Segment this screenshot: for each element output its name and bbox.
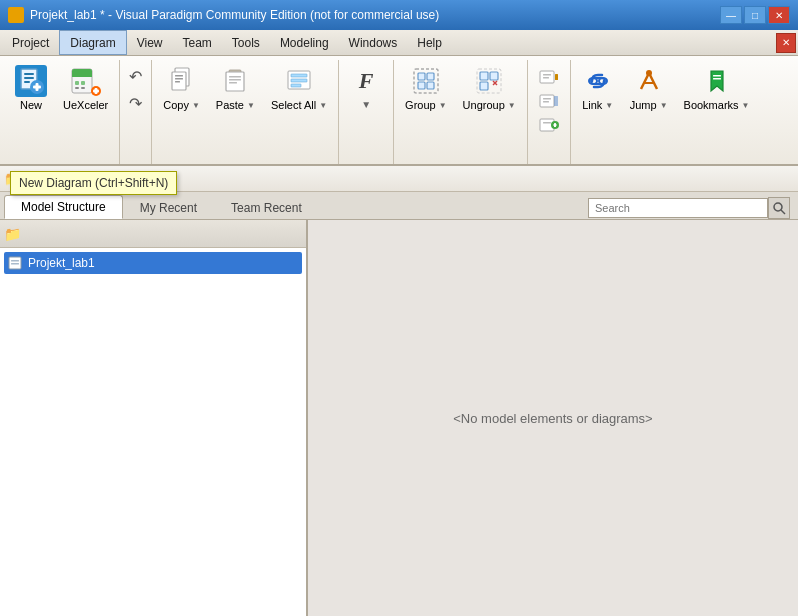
jump-dropdown-arrow: ▼ bbox=[660, 101, 668, 110]
left-panel: 📁 Projekt_lab1 bbox=[0, 220, 308, 616]
svg-rect-63 bbox=[11, 260, 19, 262]
link-button[interactable]: Link ▼ bbox=[575, 60, 621, 116]
window-controls: — □ ✕ bbox=[720, 6, 790, 24]
svg-rect-31 bbox=[414, 69, 438, 93]
svg-rect-47 bbox=[543, 98, 551, 100]
svg-rect-35 bbox=[427, 82, 434, 89]
copy-label: Copy bbox=[163, 99, 189, 111]
paste-icon bbox=[219, 65, 251, 97]
svg-rect-16 bbox=[93, 90, 99, 93]
svg-rect-39 bbox=[480, 82, 488, 90]
menu-tools[interactable]: Tools bbox=[222, 30, 270, 55]
copy-button[interactable]: Copy ▼ bbox=[156, 60, 207, 116]
group-dropdown-arrow: ▼ bbox=[439, 101, 447, 110]
tooltip: New Diagram (Ctrl+Shift+N) bbox=[10, 171, 177, 195]
menu-help[interactable]: Help bbox=[407, 30, 452, 55]
group-button[interactable]: Group ▼ bbox=[398, 60, 454, 116]
paste-label: Paste bbox=[216, 99, 244, 111]
svg-rect-29 bbox=[291, 79, 307, 82]
svg-rect-24 bbox=[229, 76, 241, 78]
minimize-button[interactable]: — bbox=[720, 6, 742, 24]
menu-modeling[interactable]: Modeling bbox=[270, 30, 339, 55]
copy-icon bbox=[166, 65, 198, 97]
maximize-button[interactable]: □ bbox=[744, 6, 766, 24]
svg-rect-59 bbox=[713, 78, 721, 80]
page-next-button[interactable] bbox=[534, 90, 564, 112]
svg-rect-13 bbox=[81, 87, 85, 89]
svg-rect-45 bbox=[555, 74, 558, 80]
svg-rect-2 bbox=[24, 77, 34, 79]
app-icon bbox=[8, 7, 24, 23]
search-input[interactable] bbox=[588, 198, 768, 218]
jump-button[interactable]: Jump ▼ bbox=[623, 60, 675, 116]
undo-button[interactable]: ↶ bbox=[124, 64, 147, 89]
svg-rect-48 bbox=[543, 101, 549, 103]
tree-item-icon bbox=[8, 255, 24, 271]
link-label: Link bbox=[582, 99, 602, 111]
selectall-button[interactable]: Select All ▼ bbox=[264, 60, 334, 116]
tab-team-recent[interactable]: Team Recent bbox=[214, 196, 319, 219]
empty-message: <No model elements or diagrams> bbox=[453, 411, 652, 426]
uexceler-button[interactable]: UeXceler bbox=[56, 60, 115, 116]
tree-item-projekt-lab1[interactable]: Projekt_lab1 bbox=[4, 252, 302, 274]
content-area: 📁 Projekt_lab1 <No model elements or dia… bbox=[0, 220, 798, 616]
right-panel: <No model elements or diagrams> bbox=[308, 220, 798, 616]
ribbon-group-nav: Link ▼ Jump ▼ bbox=[571, 60, 761, 164]
svg-rect-19 bbox=[175, 75, 183, 77]
bookmarks-icon bbox=[701, 65, 733, 97]
page-add-button[interactable] bbox=[534, 114, 564, 136]
svg-rect-25 bbox=[229, 79, 241, 81]
search-button[interactable] bbox=[768, 197, 790, 219]
ungroup-button[interactable]: Ungroup ▼ bbox=[456, 60, 523, 116]
bookmarks-button[interactable]: Bookmarks ▼ bbox=[677, 60, 757, 116]
paste-dropdown-arrow: ▼ bbox=[247, 101, 255, 110]
svg-rect-51 bbox=[543, 122, 551, 124]
tooltip-text: New Diagram (Ctrl+Shift+N) bbox=[19, 176, 168, 190]
tree-item-label: Projekt_lab1 bbox=[28, 256, 95, 270]
ribbon-buttons-new: New UeXc bbox=[8, 60, 115, 164]
menu-diagram[interactable]: Diagram bbox=[59, 30, 126, 55]
menu-team[interactable]: Team bbox=[173, 30, 222, 55]
page-prev-button[interactable] bbox=[534, 66, 564, 88]
svg-point-60 bbox=[774, 203, 782, 211]
svg-rect-1 bbox=[24, 73, 34, 75]
svg-rect-21 bbox=[175, 81, 180, 83]
ribbon-buttons-clipboard: Copy ▼ Paste ▼ bbox=[156, 60, 334, 164]
ungroup-icon bbox=[473, 65, 505, 97]
redo-button[interactable]: ↷ bbox=[124, 91, 147, 116]
menu-close-button[interactable]: ✕ bbox=[776, 33, 796, 53]
tab-my-recent[interactable]: My Recent bbox=[123, 196, 214, 219]
svg-rect-58 bbox=[713, 75, 721, 77]
format-button[interactable]: F ▼ bbox=[343, 60, 389, 115]
svg-rect-10 bbox=[75, 81, 79, 85]
svg-rect-6 bbox=[33, 86, 41, 89]
menu-project[interactable]: Project bbox=[2, 30, 59, 55]
new-icon bbox=[15, 65, 47, 97]
menu-windows[interactable]: Windows bbox=[339, 30, 408, 55]
tab-model-structure[interactable]: Model Structure bbox=[4, 195, 123, 219]
bookmarks-dropdown-arrow: ▼ bbox=[742, 101, 750, 110]
svg-rect-23 bbox=[226, 72, 244, 91]
ribbon-group-clipboard: Copy ▼ Paste ▼ bbox=[152, 60, 339, 164]
svg-rect-26 bbox=[229, 82, 237, 84]
close-button[interactable]: ✕ bbox=[768, 6, 790, 24]
svg-rect-38 bbox=[490, 72, 498, 80]
svg-rect-9 bbox=[72, 75, 92, 77]
uexceler-label: UeXceler bbox=[63, 99, 108, 111]
new-button[interactable]: New bbox=[8, 60, 54, 116]
group-icon bbox=[410, 65, 442, 97]
menu-view[interactable]: View bbox=[127, 30, 173, 55]
svg-rect-20 bbox=[175, 78, 183, 80]
svg-rect-49 bbox=[554, 96, 558, 106]
ribbon-group-page bbox=[528, 60, 571, 164]
title-text: Projekt_lab1 * - Visual Paradigm Communi… bbox=[30, 8, 720, 22]
svg-line-61 bbox=[781, 210, 785, 214]
svg-rect-30 bbox=[291, 84, 301, 87]
paste-button[interactable]: Paste ▼ bbox=[209, 60, 262, 116]
uexceler-icon bbox=[70, 65, 102, 97]
svg-rect-37 bbox=[480, 72, 488, 80]
svg-rect-3 bbox=[24, 81, 30, 83]
svg-rect-33 bbox=[427, 73, 434, 80]
page-buttons bbox=[534, 64, 564, 136]
svg-rect-54 bbox=[554, 123, 556, 127]
